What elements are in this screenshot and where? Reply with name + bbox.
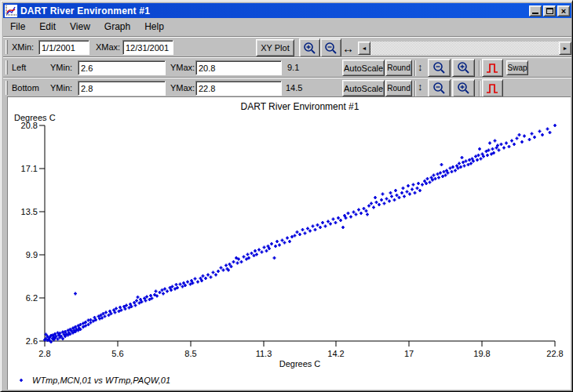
maximize-button[interactable] [543, 5, 556, 16]
scatter-points [43, 124, 557, 343]
ymax-label: YMax: [170, 63, 195, 72]
xmax-input[interactable] [122, 40, 173, 55]
menu-bar: File Edit View Graph Help [3, 18, 571, 35]
chart-title: DART River Environment #1 [241, 101, 359, 112]
toolbar-row-left-axis: Left YMin: YMax: 9.1 AutoScale Round ↕ [3, 56, 571, 77]
left-zoom-out-button[interactable] [428, 59, 451, 77]
zoom-in-icon [457, 82, 470, 95]
left-triangle-icon: ◄ [362, 45, 367, 51]
bottom-ymin-input[interactable] [78, 81, 166, 96]
x-tick-label: 22.8 [546, 349, 563, 358]
h-stretch-arrows-icon[interactable]: ↔ [342, 42, 354, 55]
toolbar-row-bottom-axis: Bottom YMin: YMax: 14.5 AutoScale Round … [3, 77, 571, 96]
minimize-icon [532, 13, 538, 14]
window-title: DART River Environment #1 [20, 5, 150, 16]
right-triangle-icon: ► [563, 45, 568, 51]
swap-button[interactable]: Swap [506, 60, 528, 75]
y-tick-label: 13.5 [21, 207, 38, 216]
xmin-input[interactable] [38, 40, 89, 55]
scrollbar-track[interactable] [370, 42, 559, 55]
v-stretch-arrows-icon[interactable]: ↕ [418, 61, 423, 73]
zoom-out-icon [324, 42, 338, 55]
ymax-label: YMax: [170, 83, 195, 93]
left-axis-readout: 9.1 [287, 63, 299, 72]
x-tick-label: 14.2 [327, 349, 344, 358]
bottom-zoom-out-button[interactable] [428, 79, 451, 97]
y-tick-label: 6.2 [26, 293, 38, 303]
toolbar-row-x: XMin: XMax: XY Plot ↔ ◄ ► [3, 36, 571, 56]
y-tick-label: 9.9 [26, 250, 38, 260]
y-tick-label: 20.8 [21, 121, 38, 130]
bottom-round-button[interactable]: Round [385, 80, 412, 96]
scrollbar-left-button[interactable]: ◄ [358, 42, 370, 55]
menu-edit[interactable]: Edit [32, 19, 63, 34]
zoom-out-button[interactable] [320, 38, 341, 57]
x-tick-label: 19.8 [473, 349, 490, 358]
left-axis-label: Left [12, 63, 26, 72]
legend-label: WTmp,MCN,01 vs WTmp,PAQW,01 [32, 376, 170, 385]
left-ymax-input[interactable] [195, 60, 282, 75]
app-window: DART River Environment #1 × File Edit Vi… [0, 0, 573, 392]
zoom-out-icon [432, 61, 446, 74]
legend: WTmp,MCN,01 vs WTmp,PAQW,01 [8, 370, 571, 390]
x-tick-label: 8.5 [184, 349, 196, 358]
xmin-label: XMin: [12, 42, 34, 52]
scatter-plot[interactable]: DART River Environment #1 Degrees C Degr… [8, 97, 570, 370]
maximize-icon [546, 8, 553, 14]
left-round-button[interactable]: Round [385, 60, 412, 76]
zoom-out-icon [432, 82, 446, 95]
xy-plot-button[interactable]: XY Plot [256, 39, 294, 56]
v-stretch-arrows-icon[interactable]: ↕ [418, 81, 423, 93]
zoom-in-icon [303, 42, 316, 55]
toolbar-grip[interactable] [5, 60, 8, 74]
bottom-zoom-in-button[interactable] [452, 79, 475, 97]
xmax-label: XMax: [96, 42, 120, 52]
toolbar-separator [414, 60, 416, 76]
zoom-in-button[interactable] [299, 38, 320, 57]
left-ymin-input[interactable] [78, 60, 166, 75]
bottom-step-plot-button[interactable] [482, 79, 503, 97]
bottom-ymax-input[interactable] [195, 81, 282, 96]
left-zoom-in-button[interactable] [452, 59, 475, 77]
x-tick-label: 2.8 [38, 349, 50, 358]
y-tick-label: 2.6 [26, 336, 38, 346]
x-axis-label: Degrees C [279, 359, 321, 368]
toolbar-separator [479, 60, 480, 76]
toolbar-grip[interactable] [5, 81, 8, 95]
title-bar[interactable]: DART River Environment #1 × [3, 3, 571, 18]
zoom-in-icon [457, 61, 470, 74]
menu-file[interactable]: File [3, 19, 32, 34]
legend-marker-icon [17, 376, 25, 384]
left-step-plot-button[interactable] [482, 59, 503, 77]
bottom-axis-label: Bottom [12, 83, 39, 93]
close-button[interactable]: × [557, 5, 570, 16]
bottom-axis-readout: 14.5 [286, 83, 302, 93]
step-plot-icon [486, 82, 499, 94]
close-icon: × [561, 7, 566, 15]
app-chart-icon [5, 5, 17, 17]
x-tick-label: 17 [404, 349, 414, 358]
left-autoscale-button[interactable]: AutoScale [342, 60, 385, 76]
ymin-label: YMin: [50, 83, 72, 93]
toolbar-separator [479, 81, 480, 96]
toolbar-separator [414, 81, 416, 96]
menu-view[interactable]: View [63, 19, 97, 34]
minimize-button[interactable] [529, 5, 542, 16]
y-tick-label: 17.1 [21, 164, 38, 173]
x-tick-label: 5.6 [111, 349, 123, 358]
toolbar-grip[interactable] [5, 40, 8, 54]
x-tick-label: 11.3 [256, 349, 272, 358]
scrollbar-right-button[interactable]: ► [559, 42, 571, 55]
chart-panel: DART River Environment #1 Degrees C Degr… [7, 96, 571, 390]
bottom-autoscale-button[interactable]: AutoScale [342, 80, 385, 96]
ymin-label: YMin: [50, 63, 72, 72]
menu-help[interactable]: Help [137, 19, 171, 34]
step-plot-icon [486, 62, 499, 74]
menu-graph[interactable]: Graph [97, 19, 137, 34]
